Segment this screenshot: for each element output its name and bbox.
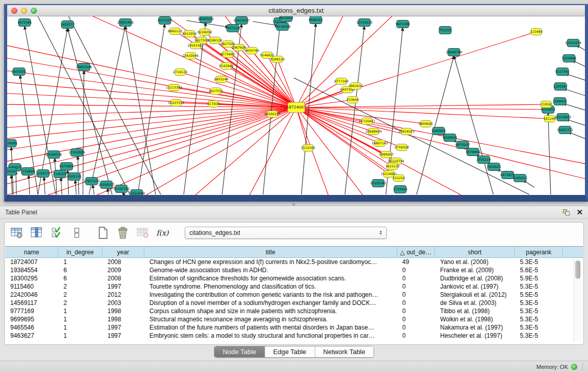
scrollbar-thumb[interactable] bbox=[575, 260, 580, 279]
graph-node[interactable]: 39159 bbox=[7, 168, 16, 176]
graph-node[interactable]: 1505135 bbox=[67, 173, 81, 181]
table-row[interactable]: 946362711997Embryonic stem cells: a mode… bbox=[5, 332, 583, 340]
create-column-icon[interactable] bbox=[96, 226, 110, 239]
graph-node[interactable]: 1872585 bbox=[17, 19, 32, 27]
graph-node[interactable]: 10688609 bbox=[365, 128, 382, 135]
graph-node[interactable]: 8527207 bbox=[158, 17, 172, 25]
column-header-in_degree[interactable]: in_degree bbox=[58, 247, 102, 258]
select-all-rows-icon[interactable] bbox=[50, 226, 63, 239]
graph-node[interactable]: 2653105 bbox=[12, 68, 26, 76]
graph-node[interactable]: 22420046 bbox=[182, 53, 199, 59]
graph-node[interactable]: 15135141 bbox=[370, 180, 386, 187]
delete-column-icon[interactable] bbox=[116, 226, 129, 239]
graph-node[interactable]: 9474444 bbox=[466, 148, 480, 156]
minimize-window-icon[interactable] bbox=[21, 8, 27, 14]
table-row[interactable]: 946554611997Estimation of the future num… bbox=[5, 323, 583, 332]
graph-node[interactable]: 2803144 bbox=[214, 76, 228, 83]
graph-node[interactable]: 10653287 bbox=[233, 17, 250, 25]
graph-node[interactable]: 20891406 bbox=[117, 19, 134, 27]
table-row[interactable]: 1456911722003Disruption of a novel membe… bbox=[5, 299, 583, 307]
column-header-short[interactable]: short bbox=[435, 247, 515, 258]
graph-node[interactable]: 19218596 bbox=[274, 23, 291, 31]
column-header-year[interactable]: year bbox=[102, 247, 144, 258]
graph-node[interactable]: 8454749 bbox=[245, 48, 259, 54]
function-builder-icon[interactable]: f(x) bbox=[156, 226, 169, 239]
graph-node[interactable]: 15958 bbox=[541, 101, 552, 108]
column-header-pagerank[interactable]: pagerank bbox=[515, 247, 563, 258]
table-row[interactable]: 1872400712008Changes of HCN gene express… bbox=[5, 258, 583, 266]
row-height-icon[interactable] bbox=[70, 226, 83, 239]
close-window-icon[interactable] bbox=[11, 8, 17, 14]
graph-node[interactable]: 2967608 bbox=[232, 45, 246, 51]
graph-node[interactable]: 12213383 bbox=[166, 84, 182, 91]
graph-node[interactable]: 9466161 bbox=[309, 16, 323, 24]
column-header-out_de[interactable]: △ out_de… bbox=[397, 247, 435, 258]
graph-node[interactable]: 18724007 bbox=[287, 102, 306, 113]
citation-graph[interactable]: 1872585140557220891406852720716939105106… bbox=[7, 16, 585, 195]
memory-status-icon[interactable] bbox=[571, 364, 577, 370]
graph-node[interactable]: 8226058 bbox=[198, 29, 212, 36]
graph-node[interactable]: 19654923 bbox=[398, 128, 415, 135]
table-row[interactable]: 969969511998Structural magnetic resonanc… bbox=[5, 315, 583, 323]
graph-node[interactable]: 16107554 bbox=[168, 100, 184, 106]
graph-node[interactable]: 9227342 bbox=[555, 68, 570, 76]
column-visibility-icon[interactable] bbox=[30, 226, 43, 239]
graph-node[interactable]: 9899695 bbox=[419, 121, 433, 127]
graph-node[interactable]: 114519 bbox=[54, 170, 66, 178]
tab-node-table[interactable]: Node Table bbox=[214, 346, 265, 357]
graph-node[interactable]: 16210643 bbox=[555, 114, 571, 121]
graph-node[interactable]: 9777169 bbox=[334, 78, 349, 85]
network-canvas[interactable]: 1872585140557220891406852720716939105106… bbox=[7, 16, 585, 195]
graph-node[interactable]: 16958107 bbox=[98, 181, 115, 189]
graph-node[interactable]: 7957224 bbox=[226, 25, 240, 32]
graph-node[interactable]: 15692371 bbox=[557, 126, 573, 134]
graph-node[interactable]: 20053346 bbox=[76, 63, 92, 71]
table-row[interactable]: 1938455462009Genome-wide association stu… bbox=[5, 266, 583, 274]
graph-node[interactable]: 1209387 bbox=[553, 83, 568, 91]
graph-node[interactable]: 1588520 bbox=[270, 56, 285, 63]
column-header-name[interactable]: name bbox=[5, 247, 58, 258]
tab-edge-table[interactable]: Edge Table bbox=[265, 346, 315, 357]
graph-node[interactable]: 12923448 bbox=[128, 190, 145, 195]
column-header-title[interactable]: title bbox=[144, 247, 397, 258]
graph-node[interactable]: 9175685 bbox=[221, 51, 235, 58]
graph-node[interactable]: 9975887 bbox=[59, 163, 74, 170]
graph-node[interactable]: 1244415 bbox=[553, 98, 567, 105]
graph-node[interactable]: 751552 bbox=[439, 27, 451, 34]
table-row[interactable]: 911546021997Tourette syndrome. Phenomeno… bbox=[5, 282, 583, 291]
float-panel-icon[interactable] bbox=[563, 209, 570, 215]
graph-node[interactable]: 9345012 bbox=[513, 174, 527, 182]
graph-node[interactable]: 17957253 bbox=[83, 178, 100, 185]
graph-node[interactable]: 1615132 bbox=[385, 163, 400, 170]
graph-node[interactable]: 7462610 bbox=[349, 83, 363, 90]
graph-node[interactable]: 2935114 bbox=[476, 156, 491, 164]
graph-node[interactable]: 115480 bbox=[530, 29, 542, 35]
graph-node[interactable]: 16782759 bbox=[113, 185, 129, 193]
graph-node[interactable]: 1405572 bbox=[60, 21, 75, 29]
graph-node[interactable]: 9671388 bbox=[396, 20, 410, 28]
window-titlebar[interactable]: citations_edges.txt bbox=[7, 5, 585, 16]
graph-node[interactable]: 1234275 bbox=[36, 170, 50, 178]
graph-node[interactable]: 252254 bbox=[393, 175, 405, 182]
table-row[interactable]: 2242004622012Investigating the contribut… bbox=[5, 291, 583, 299]
table-scrollbar[interactable] bbox=[574, 259, 581, 342]
graph-node[interactable]: 253644 bbox=[346, 97, 359, 103]
tab-network-table[interactable]: Network Table bbox=[315, 346, 374, 357]
graph-node[interactable]: 1640954 bbox=[431, 127, 446, 135]
graph-node[interactable]: 9756928 bbox=[395, 144, 409, 151]
graph-node[interactable]: 16648784 bbox=[446, 49, 462, 56]
zoom-window-icon[interactable] bbox=[31, 8, 37, 14]
graph-node[interactable]: 8912954 bbox=[182, 31, 197, 37]
graph-node[interactable]: 18807243 bbox=[372, 140, 388, 147]
graph-node[interactable]: 9984067 bbox=[379, 151, 394, 158]
table-row[interactable]: 977716911998Corpus callosum shape and si… bbox=[5, 307, 583, 315]
table-selector-dropdown[interactable]: citations_edges.txt ▲▼ bbox=[185, 227, 387, 239]
graph-node[interactable]: 161249 bbox=[543, 116, 556, 122]
graph-node[interactable]: 8938924 bbox=[443, 134, 457, 142]
graph-node[interactable]: 1156869 bbox=[20, 168, 35, 176]
graph-node[interactable]: 8427552 bbox=[209, 88, 223, 95]
graph-node[interactable]: 9329966 bbox=[562, 55, 576, 62]
graph-node[interactable]: 8813054 bbox=[279, 16, 293, 22]
graph-node[interactable]: 2718129 bbox=[173, 69, 187, 76]
graph-node[interactable]: 6879197 bbox=[455, 141, 470, 149]
